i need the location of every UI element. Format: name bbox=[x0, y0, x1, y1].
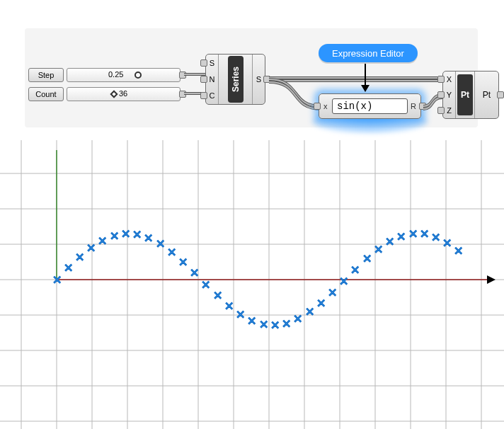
svg-text:✕: ✕ bbox=[86, 242, 96, 254]
svg-text:✕: ✕ bbox=[201, 279, 210, 291]
slider-step-handle[interactable] bbox=[134, 72, 142, 79]
series-in-s[interactable]: S bbox=[206, 59, 218, 67]
svg-text:✕: ✕ bbox=[454, 245, 463, 257]
svg-text:✕: ✕ bbox=[431, 231, 440, 244]
slider-count-handle[interactable] bbox=[110, 90, 118, 98]
svg-text:✕: ✕ bbox=[385, 236, 394, 248]
series-component[interactable]: S N C Series S bbox=[205, 54, 265, 105]
svg-text:✕: ✕ bbox=[75, 251, 84, 263]
slider-count[interactable]: Count 36 bbox=[28, 86, 181, 102]
svg-text:✕: ✕ bbox=[408, 228, 418, 240]
expression-component[interactable]: x sin(x) R bbox=[319, 93, 421, 119]
svg-text:✕: ✕ bbox=[328, 287, 337, 299]
svg-text:✕: ✕ bbox=[305, 306, 314, 318]
pt-badge: Pt bbox=[457, 74, 473, 115]
svg-text:✕: ✕ bbox=[339, 275, 348, 287]
node-canvas[interactable]: Step 0.25 Count 36 S N C Series S bbox=[25, 28, 478, 127]
slider-count-track[interactable]: 36 bbox=[67, 87, 181, 101]
series-in-n[interactable]: N bbox=[206, 75, 218, 84]
svg-text:✕: ✕ bbox=[224, 300, 234, 312]
svg-text:✕: ✕ bbox=[293, 313, 302, 325]
expr-in-x-port[interactable] bbox=[314, 103, 321, 110]
slider-step-value: 0.25 bbox=[108, 70, 123, 79]
pt-inputs: X Y Z bbox=[443, 72, 456, 118]
svg-text:✕: ✕ bbox=[396, 231, 406, 243]
svg-text:✕: ✕ bbox=[350, 264, 360, 276]
pt-in-x-port[interactable] bbox=[437, 76, 445, 83]
series-in-s-port[interactable] bbox=[200, 59, 207, 67]
expression-editor-callout: Expression Editor bbox=[319, 44, 418, 62]
pt-in-x[interactable]: X bbox=[443, 75, 455, 84]
slider-step-track[interactable]: 0.25 bbox=[67, 68, 181, 82]
svg-text:✕: ✕ bbox=[190, 267, 199, 279]
pt-in-z[interactable]: Z bbox=[443, 106, 455, 115]
pt-in-z-port[interactable] bbox=[437, 107, 445, 114]
svg-text:✕: ✕ bbox=[316, 297, 326, 309]
slider-count-label[interactable]: Count bbox=[28, 87, 64, 101]
expression-field[interactable]: sin(x) bbox=[332, 98, 408, 114]
svg-text:✕: ✕ bbox=[236, 309, 245, 321]
svg-text:✕: ✕ bbox=[52, 274, 62, 286]
svg-text:✕: ✕ bbox=[420, 228, 429, 240]
svg-text:✕: ✕ bbox=[144, 232, 153, 244]
svg-text:✕: ✕ bbox=[110, 230, 119, 242]
svg-text:✕: ✕ bbox=[178, 256, 188, 268]
pt-out-port[interactable] bbox=[497, 91, 504, 98]
pt-in-y[interactable]: Y bbox=[443, 91, 455, 99]
series-out-s-port[interactable] bbox=[263, 76, 270, 83]
expr-out-r[interactable]: R bbox=[411, 102, 416, 110]
svg-text:✕: ✕ bbox=[282, 318, 291, 330]
viewport-3d[interactable]: ✕✕✕✕✕✕✕✕✕✕✕✕✕✕✕✕✕✕✕✕✕✕✕✕✕✕✕✕✕✕✕✕✕✕✕✕ bbox=[0, 140, 504, 429]
svg-text:✕: ✕ bbox=[98, 235, 107, 247]
callout-arrow-icon bbox=[365, 64, 366, 91]
slider-count-output-port[interactable] bbox=[179, 91, 186, 98]
svg-text:✕: ✕ bbox=[121, 228, 130, 240]
point-component[interactable]: X Y Z Pt Pt bbox=[442, 71, 499, 119]
slider-step-label[interactable]: Step bbox=[28, 68, 64, 82]
svg-text:✕: ✕ bbox=[213, 290, 222, 302]
svg-text:✕: ✕ bbox=[64, 262, 73, 274]
pt-output-label[interactable]: Pt bbox=[474, 72, 498, 118]
series-inputs: S N C bbox=[206, 55, 219, 104]
svg-text:✕: ✕ bbox=[259, 319, 268, 331]
series-in-c[interactable]: C bbox=[206, 91, 218, 100]
slider-step[interactable]: Step 0.25 bbox=[28, 67, 181, 83]
series-in-c-port[interactable] bbox=[200, 92, 207, 99]
svg-text:✕: ✕ bbox=[362, 253, 372, 265]
svg-text:✕: ✕ bbox=[156, 238, 165, 250]
series-badge: Series bbox=[228, 56, 244, 103]
svg-text:✕: ✕ bbox=[442, 237, 452, 249]
slider-count-value: 36 bbox=[119, 89, 127, 98]
svg-text:✕: ✕ bbox=[374, 244, 383, 256]
pt-in-y-port[interactable] bbox=[437, 91, 445, 98]
viewport-grid bbox=[0, 140, 504, 429]
expr-in-x[interactable]: x bbox=[323, 102, 328, 110]
expr-out-r-port[interactable] bbox=[419, 103, 426, 110]
svg-text:✕: ✕ bbox=[270, 319, 280, 331]
series-in-n-port[interactable] bbox=[200, 76, 207, 83]
svg-text:✕: ✕ bbox=[247, 315, 256, 327]
svg-text:✕: ✕ bbox=[167, 246, 176, 258]
svg-text:✕: ✕ bbox=[132, 229, 142, 241]
x-axis-arrow-icon bbox=[487, 275, 496, 284]
slider-step-output-port[interactable] bbox=[179, 72, 186, 79]
